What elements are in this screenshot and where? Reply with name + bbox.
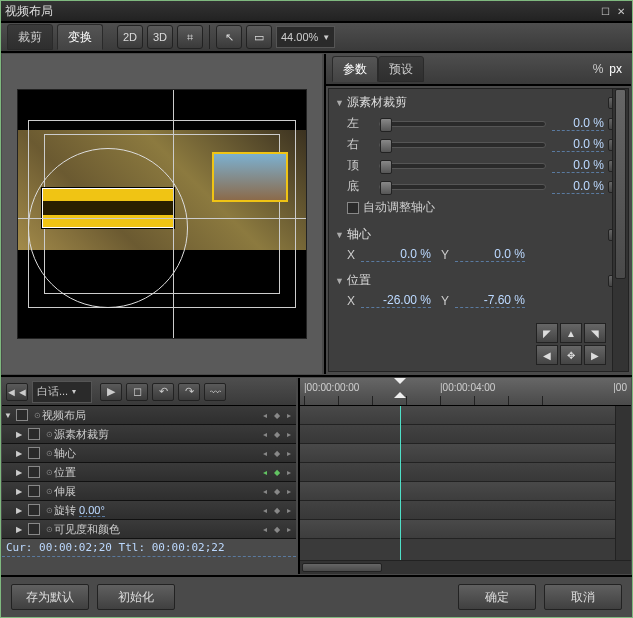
track-source-crop[interactable]: ▶⊙源素材裁剪◂◆▸: [2, 425, 296, 444]
nudge-ne-button[interactable]: ◥: [584, 323, 606, 343]
value-top[interactable]: 0.0 %: [552, 158, 604, 173]
maximize-icon[interactable]: ☐: [598, 4, 612, 18]
zoom-combo[interactable]: 44.00%▼: [276, 26, 335, 48]
label-bottom: 底: [347, 178, 373, 195]
track-root[interactable]: ▼⊙视频布局◂◆▸: [2, 406, 296, 425]
checkbox-icon[interactable]: [16, 409, 28, 421]
section-position[interactable]: ▼位置⊙: [335, 270, 622, 291]
select-tool-button[interactable]: ▭: [246, 25, 272, 49]
track-visibility[interactable]: ▶⊙可见度和颜色◂◆▸: [2, 520, 296, 539]
footer: 存为默认 初始化 确定 取消: [1, 575, 632, 617]
chevron-down-icon: ▾: [72, 387, 76, 396]
tab-params[interactable]: 参数: [332, 56, 378, 82]
video-layout-window: 视频布局 ☐ ✕ 裁剪 变换 2D 3D ⌗ ↖ ▭ 44.00%▼: [0, 0, 633, 618]
mode-3d-button[interactable]: 3D: [147, 25, 173, 49]
value-left[interactable]: 0.0 %: [552, 116, 604, 131]
value-bottom[interactable]: 0.0 %: [552, 179, 604, 194]
rotate-gizmo[interactable]: [28, 148, 188, 308]
track-rotate[interactable]: ▶⊙旋转0.00°◂◆▸: [2, 501, 296, 520]
ruler-tc-1: |00:00:04:00: [440, 382, 495, 393]
label-left: 左: [347, 115, 373, 132]
timeline-body[interactable]: [300, 406, 615, 560]
titlebar: 视频布局 ☐ ✕: [1, 1, 632, 21]
prev-kf-button[interactable]: ◄◄: [6, 383, 28, 401]
nudge-nw-button[interactable]: ◤: [536, 323, 558, 343]
nudge-right-button[interactable]: ▶: [584, 345, 606, 365]
loop-button[interactable]: ◻: [126, 383, 148, 401]
pos-y-label: Y: [441, 294, 455, 308]
selection-box[interactable]: [42, 188, 174, 228]
zoom-value: 44.00%: [281, 31, 318, 43]
pos-x-label: X: [347, 294, 361, 308]
tab-transform-label: 变换: [68, 29, 92, 46]
chevron-down-icon: ▼: [322, 33, 330, 42]
track-controls: ◄◄ 白话...▾ ▶ ◻ ↶ ↷ 〰: [2, 378, 296, 406]
nudge-left-button[interactable]: ◀: [536, 345, 558, 365]
arrow-tool-button[interactable]: ↖: [216, 25, 242, 49]
reset-button[interactable]: 初始化: [97, 584, 175, 610]
pos-y-value[interactable]: -7.60 %: [455, 293, 525, 308]
track-position[interactable]: ▶⊙位置◂◆▸: [2, 463, 296, 482]
cancel-button[interactable]: 取消: [544, 584, 622, 610]
pos-x-value[interactable]: -26.00 %: [361, 293, 431, 308]
nudge-pad: ◤ ▲ ◥ ◀ ✥ ▶: [536, 323, 606, 365]
preset-combo[interactable]: 白话...▾: [32, 381, 92, 403]
slider-bottom[interactable]: [379, 184, 546, 190]
nudge-up-button[interactable]: ▲: [560, 323, 582, 343]
timecode-status: Cur: 00:00:02;20 Ttl: 00:00:02;22: [2, 539, 296, 557]
ok-button[interactable]: 确定: [458, 584, 536, 610]
ruler-tc-0: |00:00:00:00: [304, 382, 359, 393]
crosshair-h: [18, 218, 306, 219]
preview-canvas[interactable]: [17, 89, 307, 339]
section-source-crop[interactable]: ▼源素材裁剪⊙: [335, 92, 622, 113]
track-list: ◄◄ 白话...▾ ▶ ◻ ↶ ↷ 〰 ▼⊙视频布局◂◆▸ ▶⊙源素材裁剪◂◆▸…: [2, 378, 296, 574]
axis-y-value[interactable]: 0.0 %: [455, 247, 525, 262]
time-ruler[interactable]: |00:00:00:00 |00:00:04:00 |00: [300, 378, 631, 406]
track-axis[interactable]: ▶⊙轴心◂◆▸: [2, 444, 296, 463]
tab-transform[interactable]: 变换: [57, 24, 103, 50]
preview-panel: [2, 54, 322, 374]
crosshair-v: [173, 90, 174, 338]
window-title: 视频布局: [5, 3, 53, 20]
save-default-button[interactable]: 存为默认: [11, 584, 89, 610]
properties-body: ▼源素材裁剪⊙ 左0.0 %⊙ 右0.0 %⊙ 顶0.0 %⊙ 底0.0 %⊙ …: [328, 88, 629, 372]
nudge-center-button[interactable]: ✥: [560, 345, 582, 365]
axis-x-label: X: [347, 248, 361, 262]
pixel-unit-button[interactable]: px: [609, 62, 622, 76]
undo-button[interactable]: ↶: [152, 383, 174, 401]
timeline-vscroll[interactable]: [615, 406, 631, 560]
section-axis[interactable]: ▼轴心⊙: [335, 224, 622, 245]
main-toolbar: 裁剪 变换 2D 3D ⌗ ↖ ▭ 44.00%▼: [1, 21, 632, 53]
slider-left[interactable]: [379, 121, 546, 127]
redo-button[interactable]: ↷: [178, 383, 200, 401]
track-stretch[interactable]: ▶⊙伸展◂◆▸: [2, 482, 296, 501]
checkbox-icon[interactable]: [347, 202, 359, 214]
collapse-icon: ▼: [335, 276, 347, 286]
timeline-panel: |00:00:00:00 |00:00:04:00 |00: [298, 378, 631, 574]
label-right: 右: [347, 136, 373, 153]
timeline-hscroll[interactable]: [300, 560, 631, 574]
collapse-icon: ▼: [335, 98, 347, 108]
collapse-icon: ▼: [335, 230, 347, 240]
play-button[interactable]: ▶: [100, 383, 122, 401]
timeline-cursor[interactable]: [400, 406, 401, 560]
graph-button[interactable]: 〰: [204, 383, 226, 401]
tab-crop[interactable]: 裁剪: [7, 24, 53, 50]
pip-inset[interactable]: [212, 152, 288, 202]
ruler-tc-end: |00: [613, 382, 627, 393]
axis-x-value[interactable]: 0.0 %: [361, 247, 431, 262]
rotate-value[interactable]: 0.00°: [79, 504, 105, 517]
close-icon[interactable]: ✕: [614, 4, 628, 18]
axis-y-label: Y: [441, 248, 455, 262]
guide-button[interactable]: ⌗: [177, 25, 203, 49]
tab-presets[interactable]: 预设: [378, 56, 424, 82]
mode-2d-button[interactable]: 2D: [117, 25, 143, 49]
auto-axis-checkbox-row[interactable]: 自动调整轴心: [335, 197, 622, 218]
props-scrollbar[interactable]: [612, 89, 628, 371]
percent-unit-button[interactable]: %: [593, 62, 604, 76]
value-right[interactable]: 0.0 %: [552, 137, 604, 152]
slider-top[interactable]: [379, 163, 546, 169]
tab-crop-label: 裁剪: [18, 29, 42, 46]
properties-panel: 参数 预设 % px ▼源素材裁剪⊙ 左0.0 %⊙ 右0.0 %⊙ 顶0.0 …: [324, 54, 631, 374]
slider-right[interactable]: [379, 142, 546, 148]
